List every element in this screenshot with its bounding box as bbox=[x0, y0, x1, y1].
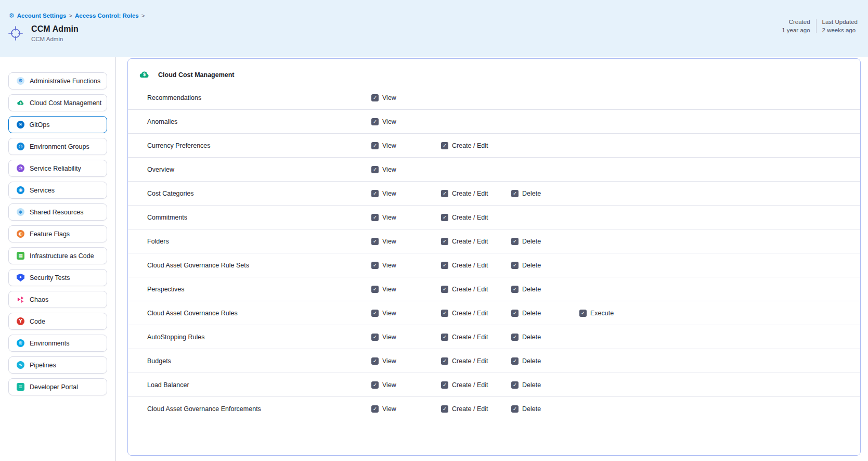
checkbox-execute[interactable]: ✓ bbox=[579, 310, 587, 317]
permission-create_edit: ✓Create / Edit bbox=[441, 182, 488, 205]
checkbox-view[interactable]: ✓ bbox=[371, 357, 379, 365]
permission-label: Delete bbox=[522, 334, 541, 341]
sidebar-item-infrastructure-as-code[interactable]: ▦Infrastructure as Code bbox=[8, 247, 107, 264]
checkbox-view[interactable]: ✓ bbox=[371, 214, 379, 221]
sidebar-item-label: Security Tests bbox=[30, 274, 70, 281]
checkbox-view[interactable]: ✓ bbox=[371, 118, 379, 125]
breadcrumb-access-control-roles[interactable]: Access Control: Roles bbox=[75, 12, 139, 19]
permission-view: ✓View bbox=[371, 158, 396, 181]
sidebar-item-environment-groups[interactable]: ◎Environment Groups bbox=[8, 138, 107, 155]
checkbox-create_edit[interactable]: ✓ bbox=[441, 190, 448, 197]
permission-label: View bbox=[382, 357, 396, 365]
checkbox-view[interactable]: ✓ bbox=[371, 238, 379, 245]
checkbox-delete[interactable]: ✓ bbox=[511, 334, 519, 341]
checkbox-create_edit[interactable]: ✓ bbox=[441, 405, 448, 413]
sidebar-item-security-tests[interactable]: •Security Tests bbox=[8, 269, 107, 286]
permission-label: Create / Edit bbox=[452, 262, 488, 269]
resource-label: Anomalies bbox=[147, 118, 177, 125]
resource-label: Load Balancer bbox=[147, 381, 189, 389]
resource-label: Commitments bbox=[147, 214, 187, 221]
sidebar-item-label: Services bbox=[30, 187, 55, 194]
permission-create_edit: ✓Create / Edit bbox=[441, 397, 488, 421]
sidebar-item-feature-flags[interactable]: ◐Feature Flags bbox=[8, 225, 107, 242]
checkbox-create_edit[interactable]: ✓ bbox=[441, 357, 448, 365]
checkbox-create_edit[interactable]: ✓ bbox=[441, 142, 448, 149]
sidebar-item-shared-resources[interactable]: ◆Shared Resources bbox=[8, 203, 107, 221]
permission-create_edit: ✓Create / Edit bbox=[441, 134, 488, 157]
checkbox-create_edit[interactable]: ✓ bbox=[441, 286, 448, 293]
checkbox-view[interactable]: ✓ bbox=[371, 94, 379, 101]
checkbox-delete[interactable]: ✓ bbox=[511, 286, 519, 293]
pipelines-icon: ∿ bbox=[17, 361, 24, 369]
permission-label: View bbox=[382, 94, 396, 101]
checkbox-view[interactable]: ✓ bbox=[371, 286, 379, 293]
breadcrumb-account-settings[interactable]: Account Settings bbox=[17, 12, 67, 19]
checkbox-create_edit[interactable]: ✓ bbox=[441, 262, 448, 269]
permission-label: View bbox=[382, 118, 396, 125]
permission-view: ✓View bbox=[371, 325, 396, 349]
sidebar-item-service-reliability[interactable]: ◔Service Reliability bbox=[8, 160, 107, 177]
sidebar-item-administrative-functions[interactable]: ⚙Administrative Functions bbox=[8, 72, 107, 89]
permission-create_edit: ✓Create / Edit bbox=[441, 373, 488, 396]
checkbox-create_edit[interactable]: ✓ bbox=[441, 238, 448, 245]
checkbox-view[interactable]: ✓ bbox=[371, 334, 379, 341]
checkbox-create_edit[interactable]: ✓ bbox=[441, 214, 448, 221]
permission-label: Create / Edit bbox=[452, 142, 488, 149]
sidebar-item-chaos[interactable]: Chaos bbox=[8, 291, 107, 308]
role-target-icon bbox=[7, 25, 24, 42]
checkbox-create_edit[interactable]: ✓ bbox=[441, 381, 448, 389]
permission-row: Load Balancer✓View✓Create / Edit✓Delete bbox=[128, 373, 860, 397]
checkbox-view[interactable]: ✓ bbox=[371, 166, 379, 173]
permission-delete: ✓Delete bbox=[511, 253, 541, 277]
permission-label: Create / Edit bbox=[452, 381, 488, 389]
checkbox-delete[interactable]: ✓ bbox=[511, 405, 519, 413]
checkbox-delete[interactable]: ✓ bbox=[511, 190, 519, 197]
checkbox-view[interactable]: ✓ bbox=[371, 262, 379, 269]
checkbox-delete[interactable]: ✓ bbox=[511, 238, 519, 245]
permission-create_edit: ✓Create / Edit bbox=[441, 301, 488, 325]
checkbox-delete[interactable]: ✓ bbox=[511, 310, 519, 317]
permission-label: Delete bbox=[522, 262, 541, 269]
permission-label: Create / Edit bbox=[452, 214, 488, 221]
checkbox-view[interactable]: ✓ bbox=[371, 190, 379, 197]
sidebar-item-label: Service Reliability bbox=[30, 165, 81, 172]
permission-label: View bbox=[382, 310, 396, 317]
checkbox-delete[interactable]: ✓ bbox=[511, 262, 519, 269]
sidebar-item-services[interactable]: ◉Services bbox=[8, 182, 107, 199]
checkbox-create_edit[interactable]: ✓ bbox=[441, 334, 448, 341]
checkbox-view[interactable]: ✓ bbox=[371, 405, 379, 413]
sidebar-item-gitops[interactable]: ∞GitOps bbox=[8, 116, 107, 133]
permissions-panel: $ Cloud Cost Management Recommendations✓… bbox=[127, 58, 861, 456]
breadcrumb-separator: > bbox=[69, 12, 72, 19]
checkbox-view[interactable]: ✓ bbox=[371, 310, 379, 317]
svg-text:$: $ bbox=[143, 72, 146, 77]
permission-label: Delete bbox=[522, 405, 541, 413]
permission-view: ✓View bbox=[371, 301, 396, 325]
checkbox-view[interactable]: ✓ bbox=[371, 142, 379, 149]
sidebar-item-code[interactable]: YCode bbox=[8, 313, 107, 330]
sidebar-item-environments[interactable]: ≋Environments bbox=[8, 335, 107, 352]
permission-create_edit: ✓Create / Edit bbox=[441, 229, 488, 253]
permission-view: ✓View bbox=[371, 206, 396, 229]
checkbox-view[interactable]: ✓ bbox=[371, 381, 379, 389]
services-icon: ◉ bbox=[17, 186, 24, 194]
permission-label: Delete bbox=[522, 238, 541, 245]
permission-label: Create / Edit bbox=[452, 190, 488, 197]
sidebar-item-cloud-cost-management[interactable]: $Cloud Cost Management bbox=[8, 94, 107, 111]
checkbox-delete[interactable]: ✓ bbox=[511, 381, 519, 389]
sidebar-item-pipelines[interactable]: ∿Pipelines bbox=[8, 356, 107, 374]
permission-view: ✓View bbox=[371, 229, 396, 253]
permission-delete: ✓Delete bbox=[511, 397, 541, 421]
sidebar-item-developer-portal[interactable]: ≡Developer Portal bbox=[8, 378, 107, 395]
permission-execute: ✓Execute bbox=[579, 301, 614, 325]
page-header: ⚙ Account Settings > Access Control: Rol… bbox=[0, 0, 868, 57]
permission-label: View bbox=[382, 238, 396, 245]
cloud-cost-management-icon: $ bbox=[17, 99, 24, 107]
sidebar-item-label: Code bbox=[30, 318, 45, 325]
checkbox-create_edit[interactable]: ✓ bbox=[441, 310, 448, 317]
checkbox-delete[interactable]: ✓ bbox=[511, 357, 519, 365]
shared-resources-icon: ◆ bbox=[17, 208, 24, 216]
meta-divider bbox=[816, 19, 817, 33]
permission-label: View bbox=[382, 381, 396, 389]
breadcrumb-separator: > bbox=[141, 12, 145, 19]
